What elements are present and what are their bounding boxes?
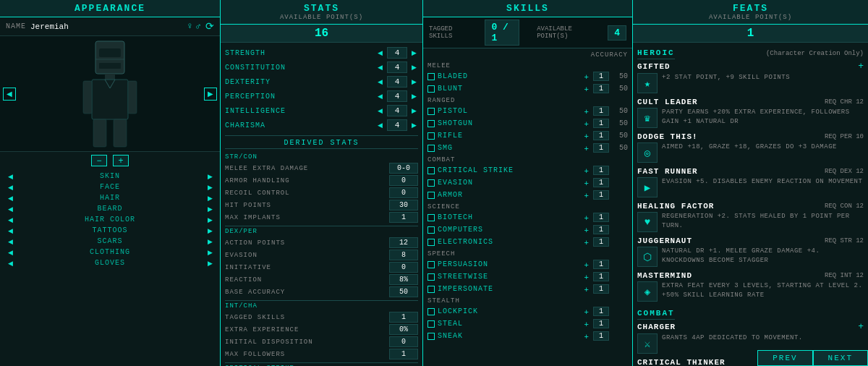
skill-checkbox[interactable]	[427, 179, 435, 187]
skill-add-button[interactable]: +	[583, 273, 590, 281]
character-name[interactable]: Jeremiah	[30, 22, 182, 31]
skill-row: EVASION + 1	[427, 176, 628, 189]
skill-add-button[interactable]: +	[583, 307, 590, 316]
app-prev-button[interactable]: ◀	[6, 216, 14, 224]
feats-content: HEROIC(Character Creation Only)GIFTED+★+…	[633, 43, 868, 366]
avatar-prev-button[interactable]: ◀	[3, 88, 16, 101]
stat-increase-button[interactable]: ▶	[410, 64, 418, 71]
stat-increase-button[interactable]: ▶	[410, 93, 418, 100]
feat-add-button[interactable]: +	[858, 321, 864, 332]
skill-checkbox[interactable]	[427, 145, 435, 152]
stat-decrease-button[interactable]: ◀	[376, 93, 384, 100]
zoom-in-button[interactable]: +	[113, 155, 129, 166]
skill-value: 1	[593, 331, 609, 341]
app-next-button[interactable]: ▶	[205, 260, 214, 267]
skill-add-button[interactable]: +	[583, 132, 590, 140]
app-next-button[interactable]: ▶	[205, 195, 214, 202]
app-prev-button[interactable]: ◀	[6, 184, 14, 191]
feat-detail-row: ★+2 STAT POINT, +9 SKILL POINTS	[637, 73, 864, 93]
app-next-button[interactable]: ▶	[205, 249, 214, 256]
app-prev-button[interactable]: ◀	[6, 260, 14, 267]
stat-decrease-button[interactable]: ◀	[376, 49, 384, 56]
next-button[interactable]: NEXT	[813, 350, 868, 366]
skill-add-button[interactable]: +	[583, 107, 590, 116]
skill-checkbox[interactable]	[427, 108, 435, 115]
zoom-controls: − +	[0, 152, 220, 169]
app-next-button[interactable]: ▶	[205, 205, 214, 213]
derived-row: EVASION8	[225, 249, 418, 261]
derived-row: EXTRA EXPERIENCE0%	[225, 323, 418, 336]
stat-decrease-button[interactable]: ◀	[376, 122, 384, 129]
skill-add-button[interactable]: +	[583, 226, 590, 234]
appearance-row: ◀ CLOTHING ▶	[0, 247, 220, 258]
skill-checkbox[interactable]	[427, 333, 435, 340]
skill-add-button[interactable]: +	[583, 179, 590, 187]
stat-increase-button[interactable]: ▶	[410, 78, 418, 85]
stat-decrease-button[interactable]: ◀	[376, 64, 384, 71]
stat-row: STRENGTH ◀ 4 ▶	[225, 46, 418, 60]
feat-icon: ◎	[637, 142, 658, 163]
skill-checkbox[interactable]	[427, 214, 435, 221]
skill-checkbox[interactable]	[427, 261, 435, 268]
app-prev-button[interactable]: ◀	[6, 195, 14, 202]
skill-add-button[interactable]: +	[583, 213, 590, 222]
app-next-button[interactable]: ▶	[205, 227, 214, 234]
skill-add-button[interactable]: +	[583, 238, 590, 247]
feat-name: DODGE THIS!	[637, 132, 698, 141]
skill-add-button[interactable]: +	[583, 191, 590, 200]
stat-name: STRENGTH	[225, 49, 373, 57]
feat-add-button[interactable]: +	[858, 61, 864, 72]
zoom-out-button[interactable]: −	[91, 155, 107, 166]
app-prev-button[interactable]: ◀	[6, 173, 14, 180]
skill-add-button[interactable]: +	[583, 72, 590, 81]
skill-checkbox[interactable]	[427, 226, 435, 234]
stat-increase-button[interactable]: ▶	[410, 122, 418, 129]
stat-increase-button[interactable]: ▶	[410, 107, 418, 114]
skill-checkbox[interactable]	[427, 120, 435, 127]
skill-checkbox[interactable]	[427, 286, 435, 293]
skill-name: BLUNT	[438, 85, 580, 93]
skill-add-button[interactable]: +	[583, 332, 590, 341]
stat-increase-button[interactable]: ▶	[410, 49, 418, 56]
avatar-next-button[interactable]: ▶	[204, 88, 217, 101]
skill-section-label: STEALTH	[427, 295, 628, 305]
skill-checkbox[interactable]	[427, 132, 435, 140]
gender-selector[interactable]: ♀ ♂	[187, 21, 201, 32]
feat-icon: ▶	[637, 177, 658, 197]
app-prev-button[interactable]: ◀	[6, 238, 14, 245]
app-next-button[interactable]: ▶	[205, 238, 214, 245]
app-prev-button[interactable]: ◀	[6, 205, 14, 213]
skill-add-button[interactable]: +	[583, 166, 590, 175]
skill-add-button[interactable]: +	[583, 144, 590, 153]
skill-accuracy: 50	[612, 144, 628, 152]
skill-checkbox[interactable]	[427, 73, 435, 80]
female-icon[interactable]: ♀	[187, 21, 192, 32]
feat-item: FAST RUNNERREQ DEX 12▶EVASION +5. DISABL…	[637, 167, 864, 197]
stat-name: CONSTITUTION	[225, 64, 373, 72]
skill-checkbox[interactable]	[427, 320, 435, 328]
skill-checkbox[interactable]	[427, 239, 435, 246]
skill-checkbox[interactable]	[427, 85, 435, 93]
skill-row: BLUNT + 1 50	[427, 82, 628, 95]
prev-button[interactable]: PREV	[757, 350, 812, 366]
skill-checkbox[interactable]	[427, 167, 435, 174]
skill-add-button[interactable]: +	[583, 285, 590, 294]
skill-add-button[interactable]: +	[583, 260, 590, 269]
skill-checkbox[interactable]	[427, 273, 435, 281]
refresh-icon[interactable]: ⟳	[205, 20, 214, 33]
stat-decrease-button[interactable]: ◀	[376, 78, 384, 85]
skill-checkbox[interactable]	[427, 308, 435, 315]
feat-detail-row: ◎AIMED +18, GRAZE +18, GRAZES DO +3 DAMA…	[637, 142, 864, 163]
app-prev-button[interactable]: ◀	[6, 249, 14, 256]
skill-value: 1	[593, 284, 609, 294]
male-icon[interactable]: ♂	[195, 21, 201, 32]
app-next-button[interactable]: ▶	[205, 173, 214, 180]
app-prev-button[interactable]: ◀	[6, 227, 14, 234]
skill-add-button[interactable]: +	[583, 85, 590, 93]
skill-add-button[interactable]: +	[583, 119, 590, 128]
skill-checkbox[interactable]	[427, 192, 435, 199]
app-next-button[interactable]: ▶	[205, 184, 214, 191]
stat-decrease-button[interactable]: ◀	[376, 107, 384, 114]
skill-add-button[interactable]: +	[583, 320, 590, 328]
app-next-button[interactable]: ▶	[205, 216, 214, 224]
